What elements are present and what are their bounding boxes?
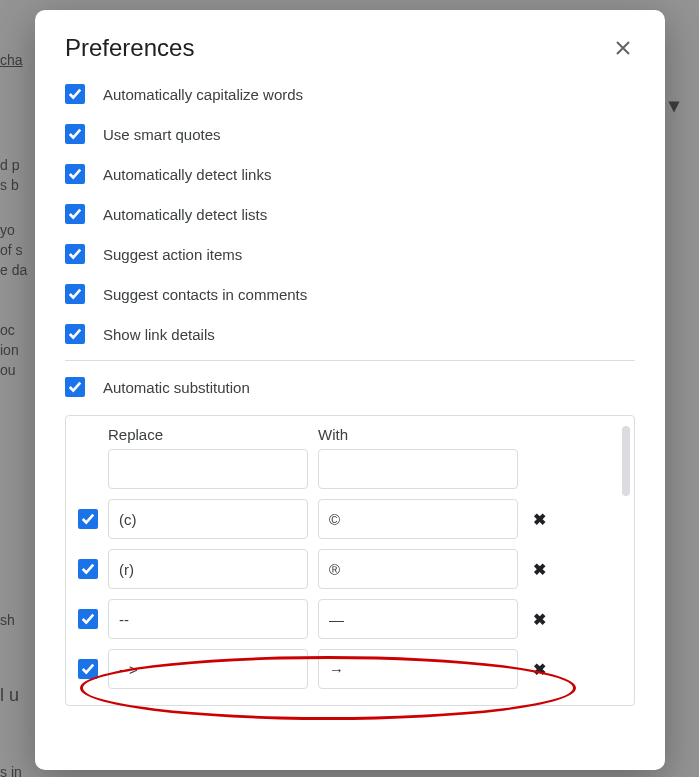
- column-header-with: With: [318, 426, 518, 443]
- scrollbar[interactable]: [622, 426, 630, 496]
- page-root: cha d p s b yo of s e da oc ion ou sh l …: [0, 0, 699, 777]
- checkbox[interactable]: [65, 84, 85, 104]
- option-label: Automatic substitution: [103, 379, 250, 396]
- with-input[interactable]: [318, 599, 518, 639]
- close-icon: [615, 40, 631, 56]
- option-label: Suggest contacts in comments: [103, 286, 307, 303]
- table-row: [78, 449, 622, 489]
- option-label: Automatically detect links: [103, 166, 271, 183]
- replace-input[interactable]: [108, 549, 308, 589]
- option-label: Use smart quotes: [103, 126, 221, 143]
- table-row: ✖: [78, 499, 622, 539]
- with-input[interactable]: [318, 499, 518, 539]
- delete-row-button[interactable]: ✖: [528, 660, 550, 679]
- row-checkbox[interactable]: [78, 509, 98, 529]
- table-row: ✖: [78, 649, 622, 689]
- close-button[interactable]: [611, 36, 635, 60]
- replace-input[interactable]: [108, 449, 308, 489]
- replace-input[interactable]: [108, 499, 308, 539]
- option-suggest-contacts[interactable]: Suggest contacts in comments: [65, 284, 635, 304]
- checkbox[interactable]: [65, 164, 85, 184]
- option-label: Automatically detect lists: [103, 206, 267, 223]
- with-input[interactable]: [318, 649, 518, 689]
- option-label: Show link details: [103, 326, 215, 343]
- option-smart-quotes[interactable]: Use smart quotes: [65, 124, 635, 144]
- column-header-replace: Replace: [108, 426, 308, 443]
- table-row: ✖: [78, 599, 622, 639]
- checkbox[interactable]: [65, 244, 85, 264]
- row-checkbox[interactable]: [78, 609, 98, 629]
- checkbox[interactable]: [65, 377, 85, 397]
- checkbox[interactable]: [65, 324, 85, 344]
- checkbox[interactable]: [65, 124, 85, 144]
- with-input[interactable]: [318, 449, 518, 489]
- checkbox[interactable]: [65, 204, 85, 224]
- option-detect-links[interactable]: Automatically detect links: [65, 164, 635, 184]
- table-header: Replace With: [78, 426, 622, 443]
- delete-row-button[interactable]: ✖: [528, 510, 550, 529]
- substitution-table: Replace With ✖: [65, 415, 635, 706]
- with-input[interactable]: [318, 549, 518, 589]
- checkbox[interactable]: [65, 284, 85, 304]
- option-label: Automatically capitalize words: [103, 86, 303, 103]
- dialog-title: Preferences: [65, 34, 194, 62]
- row-checkbox[interactable]: [78, 659, 98, 679]
- option-action-items[interactable]: Suggest action items: [65, 244, 635, 264]
- option-label: Suggest action items: [103, 246, 242, 263]
- delete-row-button[interactable]: ✖: [528, 610, 550, 629]
- option-link-details[interactable]: Show link details: [65, 324, 635, 344]
- divider: [65, 360, 635, 361]
- option-auto-capitalize[interactable]: Automatically capitalize words: [65, 84, 635, 104]
- delete-row-button[interactable]: ✖: [528, 560, 550, 579]
- replace-input[interactable]: [108, 649, 308, 689]
- preferences-dialog: Preferences Automatically capitalize wor…: [35, 10, 665, 770]
- general-options: Automatically capitalize words Use smart…: [65, 84, 635, 344]
- option-auto-substitution[interactable]: Automatic substitution: [65, 377, 635, 397]
- row-checkbox[interactable]: [78, 559, 98, 579]
- replace-input[interactable]: [108, 599, 308, 639]
- table-row: ✖: [78, 549, 622, 589]
- option-detect-lists[interactable]: Automatically detect lists: [65, 204, 635, 224]
